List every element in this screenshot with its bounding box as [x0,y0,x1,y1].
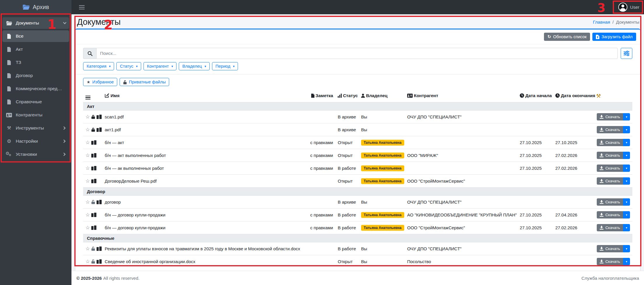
download-options-caret[interactable]: ▾ [623,258,630,265]
filter-status-dropdown[interactable]: Статус▾ [116,62,141,70]
unlock-icon [123,80,127,84]
download-button[interactable]: Скачать [597,165,623,172]
filter-owner-dropdown[interactable]: Владелец▾ [179,62,210,70]
favorite-star-icon[interactable]: ☆ [85,166,90,171]
private-files-toggle-button[interactable]: Приватные файлы [120,78,169,86]
download-button[interactable]: Скачать [597,152,623,159]
favorite-star-icon[interactable]: ☆ [85,140,90,145]
bar-chart-icon [338,94,342,98]
breadcrumb-home-link[interactable]: Главная [593,20,610,25]
favorite-star-icon[interactable]: ☆ [85,225,90,230]
document-contragent: ООО "СтройМонтажСервис" [405,221,517,234]
document-contragent [405,136,517,149]
favorite-star-icon[interactable]: ☆ [85,153,90,158]
download-button[interactable]: Скачать [597,258,623,265]
download-options-caret[interactable]: ▾ [623,126,630,133]
download-options-caret[interactable]: ▾ [623,198,630,206]
document-date-start: 27.10.2025 [517,209,553,221]
sidebar-item-contragents[interactable]: Контрагенты [2,109,69,121]
column-status-header[interactable]: Статус [335,90,359,102]
sidebar-item-commercial[interactable]: Коммерческое пред… [2,83,69,95]
column-owner-header[interactable]: Владелец [359,90,405,102]
download-button[interactable]: Скачать [597,126,623,133]
document-owner: Вы [359,123,405,136]
column-actions-header[interactable]: ⚒ [594,90,632,102]
sidebar-item-contract[interactable]: Договор [2,70,69,81]
column-contragent-header[interactable]: Контрагент [405,90,517,102]
document-name[interactable]: договор [105,200,121,204]
download-options-caret[interactable]: ▾ [623,224,630,231]
document-name[interactable]: б/н — акт выполненных работ [105,153,166,158]
filter-category-dropdown[interactable]: Категория▾ [83,62,114,70]
download-button[interactable]: Скачать [597,198,623,206]
advanced-filters-button[interactable] [621,48,632,59]
document-contragent [405,162,517,175]
favorite-star-icon[interactable]: ☆ [85,259,90,264]
quick-filter-row: ★ Избранное Приватные файлы [83,78,632,86]
sidebar-item-act[interactable]: Акт [2,43,69,55]
favorites-toggle-button[interactable]: ★ Избранное [83,78,117,86]
download-button[interactable]: Скачать [597,113,623,120]
favorite-star-icon[interactable]: ☆ [85,212,90,217]
download-options-caret[interactable]: ▾ [623,245,630,252]
sliders-icon [624,51,629,56]
document-name[interactable]: б/н — ак выполненных работ [105,166,164,171]
document-name[interactable]: б/н — акт [105,140,124,145]
owner-badge: Татьяна Анатольевна [361,178,404,184]
favorite-star-icon[interactable]: ☆ [85,200,90,204]
filter-contragent-dropdown[interactable]: Контрагент▾ [144,62,177,70]
user-menu-button[interactable]: User [618,3,639,12]
document-name[interactable]: Реквизиты для уплаты взносов на травмати… [105,246,300,251]
column-note-header[interactable]: Заметка [306,90,335,102]
favorite-star-icon[interactable]: ☆ [85,179,90,183]
document-name[interactable]: акт1.pdf [105,127,121,132]
favorite-star-icon[interactable]: ☆ [85,127,90,132]
document-status: Открыт [335,149,359,162]
sidebar-item-tz[interactable]: ТЗ [2,57,69,68]
favorite-star-icon[interactable]: ☆ [85,114,90,119]
filter-period-dropdown[interactable]: Период▾ [212,62,238,70]
download-options-caret[interactable]: ▾ [623,177,630,185]
download-options-caret[interactable]: ▾ [623,152,630,159]
download-button[interactable]: Скачать [597,177,623,185]
unlock-icon [91,200,95,204]
download-options-caret[interactable]: ▾ [623,139,630,146]
column-drag-header[interactable] [83,90,102,102]
document-owner: Вы [359,111,405,123]
column-name-header[interactable]: Имя [102,90,306,102]
document-date-end [553,242,594,255]
download-options-caret[interactable]: ▾ [623,165,630,172]
download-options-caret[interactable]: ▾ [623,211,630,218]
gear-icon: ⚙ [6,139,13,144]
sidebar-item-reference[interactable]: Справочные [2,96,69,108]
document-name[interactable]: Сведение об иностранной организации.docx [105,259,195,264]
download-button[interactable]: Скачать [597,245,623,252]
download-button[interactable]: Скачать [597,224,623,231]
refresh-list-button[interactable]: ↻ Обновить список [544,33,590,41]
app-brand[interactable]: Архив [0,0,71,14]
sidebar-item-all[interactable]: Все [2,30,69,42]
download-button[interactable]: Скачать [597,139,623,146]
upload-file-button[interactable]: Загрузить файл [592,33,636,41]
column-date-end-header[interactable]: Дата окончания [553,90,594,102]
column-date-start-header[interactable]: Дата начала [517,90,553,102]
sidebar-item-tools[interactable]: ⚒ Инструменты [2,122,69,134]
sidebar-item-installations[interactable]: ⚙⚙ Установки [2,148,69,160]
search-input[interactable] [96,48,618,59]
sidebar-item-settings[interactable]: ⚙ Настройки [2,135,69,147]
books-icon [97,246,102,251]
sidebar-toggle-icon[interactable] [79,5,85,9]
document-date-start: 27.10.2025 [517,162,553,175]
document-date-start [517,175,553,188]
download-button[interactable]: Скачать [597,211,623,218]
footer-rights-text: All rights reserved. [103,276,139,281]
document-name[interactable]: scan1.pdf [105,114,124,119]
list-icon [85,96,90,100]
hammer-icon: ⚒ [6,126,13,130]
download-options-caret[interactable]: ▾ [623,113,630,120]
document-name[interactable]: б/н — договор купли-продажи [105,212,165,217]
document-name[interactable]: ДоговорДеловые Реш.pdf [105,179,157,183]
document-name[interactable]: б/н — договор купли-продажи [105,225,165,230]
favorite-star-icon[interactable]: ☆ [85,246,90,251]
sidebar-item-documents[interactable]: Документы [2,17,69,29]
